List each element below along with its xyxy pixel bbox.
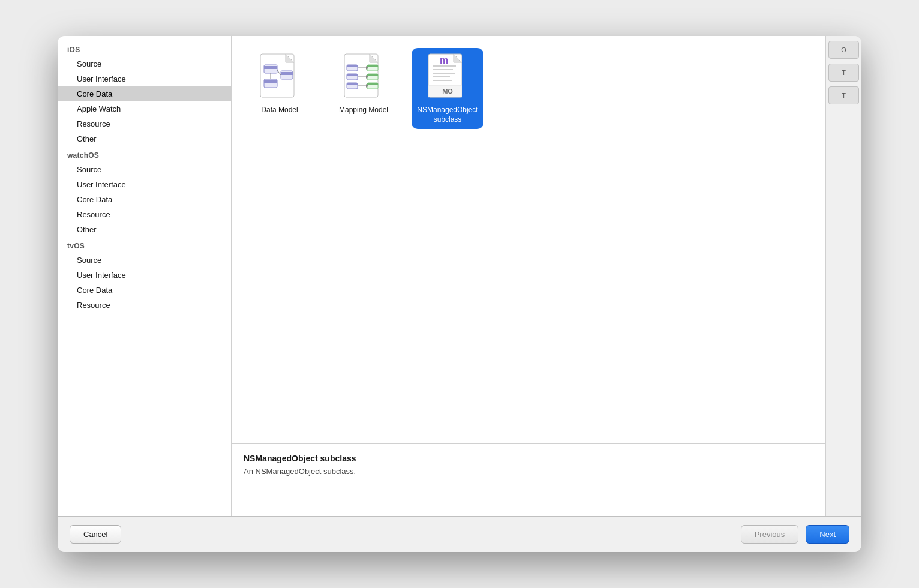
sidebar-group-ios: iOS <box>58 41 231 56</box>
right-panel-item-o[interactable]: O <box>828 41 859 59</box>
file-grid: Data Model Map <box>232 36 825 444</box>
file-item-nsmanagedobject-subclass[interactable]: MO m NSManagedObject subclass <box>412 48 483 129</box>
svg-text:m: m <box>440 55 448 65</box>
svg-rect-7 <box>281 72 293 75</box>
svg-rect-19 <box>367 65 378 67</box>
description-area: NSManagedObject subclass An NSManagedObj… <box>232 444 825 516</box>
description-title: NSManagedObject subclass <box>244 454 813 463</box>
sidebar-item-ios-core-data[interactable]: Core Data <box>58 86 231 101</box>
sidebar-item-watchos-resource[interactable]: Resource <box>58 207 231 222</box>
file-icon-data-model <box>258 53 301 101</box>
sidebar-group-tvos: tvOS <box>58 237 231 253</box>
dialog-footer: Cancel Previous Next <box>58 516 861 552</box>
next-button[interactable]: Next <box>806 525 849 544</box>
right-panel: O T T <box>825 36 861 516</box>
svg-rect-15 <box>347 74 358 76</box>
sidebar-item-watchos-user-interface[interactable]: User Interface <box>58 177 231 192</box>
svg-rect-21 <box>367 74 378 76</box>
file-label-data-model: Data Model <box>261 106 298 115</box>
footer-right-buttons: Previous Next <box>741 525 849 544</box>
svg-rect-23 <box>367 83 378 85</box>
sidebar-item-ios-apple-watch[interactable]: Apple Watch <box>58 101 231 116</box>
file-icon-nsmanagedobject-subclass: MO m <box>426 53 469 101</box>
main-area: Data Model Map <box>232 36 825 516</box>
sidebar-item-tvos-source[interactable]: Source <box>58 253 231 268</box>
sidebar-item-tvos-user-interface[interactable]: User Interface <box>58 268 231 283</box>
svg-rect-3 <box>264 66 277 69</box>
sidebar-item-ios-user-interface[interactable]: User Interface <box>58 71 231 86</box>
right-panel-item-t2[interactable]: T <box>828 86 859 104</box>
right-panel-item-t[interactable]: T <box>828 64 859 82</box>
sidebar-item-watchos-core-data[interactable]: Core Data <box>58 192 231 207</box>
sidebar-item-watchos-source[interactable]: Source <box>58 162 231 177</box>
sidebar-item-tvos-core-data[interactable]: Core Data <box>58 283 231 298</box>
sidebar-item-ios-other[interactable]: Other <box>58 131 231 146</box>
svg-text:MO: MO <box>442 88 453 95</box>
description-text: An NSManagedObject subclass. <box>244 467 813 476</box>
sidebar: iOSSourceUser InterfaceCore DataApple Wa… <box>58 36 232 516</box>
sidebar-group-watchos: watchOS <box>58 146 231 162</box>
file-item-mapping-model[interactable]: Mapping Model <box>328 48 400 129</box>
sidebar-item-ios-source[interactable]: Source <box>58 56 231 71</box>
svg-rect-13 <box>347 65 358 67</box>
sidebar-item-tvos-resource[interactable]: Resource <box>58 298 231 313</box>
svg-rect-17 <box>347 83 358 85</box>
file-label-nsmanagedobject-subclass: NSManagedObject subclass <box>416 106 479 124</box>
svg-rect-5 <box>264 80 277 83</box>
file-icon-mapping-model <box>342 53 385 101</box>
dialog-body: iOSSourceUser InterfaceCore DataApple Wa… <box>58 36 861 516</box>
new-file-dialog: iOSSourceUser InterfaceCore DataApple Wa… <box>58 36 861 552</box>
sidebar-item-watchos-other[interactable]: Other <box>58 222 231 237</box>
file-item-data-model[interactable]: Data Model <box>244 48 316 129</box>
previous-button[interactable]: Previous <box>741 525 799 544</box>
sidebar-item-ios-resource[interactable]: Resource <box>58 116 231 131</box>
file-label-mapping-model: Mapping Model <box>339 106 388 115</box>
cancel-button[interactable]: Cancel <box>70 525 121 544</box>
